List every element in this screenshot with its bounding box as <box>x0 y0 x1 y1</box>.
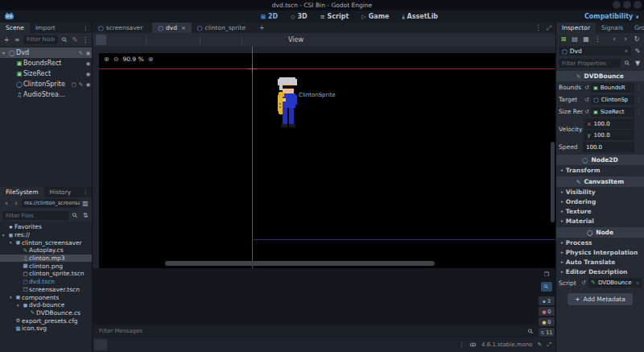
filesystem-row[interactable]: ▾ ◼ dvd-bounce <box>0 301 92 309</box>
filesystem-row[interactable]: ▾ ◼ components <box>0 293 92 301</box>
bottom-tab[interactable] <box>152 339 165 350</box>
property-group-row[interactable]: ▸ Visibility <box>556 187 644 197</box>
visibility-eye-icon[interactable]: ◉ <box>85 60 92 67</box>
instantiate-scene-icon[interactable]: ∞ <box>13 36 21 43</box>
scene-tree-row[interactable]: ▣ SizeRect ◉ <box>0 68 92 79</box>
context-tab[interactable]: ▷ Game <box>357 10 394 23</box>
breadcrumb[interactable]: res://clinton_screensaver/ <box>22 199 80 208</box>
velocity-x-field[interactable]: x 100.0 <box>584 118 634 129</box>
scene-tree-row[interactable]: ♫ AudioStreamPlayer <box>0 89 92 100</box>
save-resource-icon[interactable]: ▦ <box>582 35 590 43</box>
filesystem-row[interactable]: ★ Favorites <box>0 223 92 231</box>
filesystem-row[interactable]: ▦ clinton.png <box>0 262 92 270</box>
zoom-level[interactable]: 90.9 % <box>122 56 143 63</box>
horizontal-scrollbar[interactable] <box>165 261 435 266</box>
version-label[interactable]: 4.6.1.stable.mono <box>481 342 532 348</box>
bottom-tab[interactable] <box>167 339 180 350</box>
resource-menu-icon[interactable]: ⋮ <box>593 35 601 43</box>
vertical-scrollbar[interactable] <box>551 142 555 222</box>
sort-files-icon[interactable]: ⇅ <box>81 212 89 219</box>
bottom-tab[interactable] <box>109 339 122 350</box>
errors-count-badge[interactable]: ● 0 <box>539 307 555 316</box>
nav-forward-icon[interactable]: › <box>12 200 20 207</box>
filesystem-row[interactable]: ▢ dvd.tscn <box>0 278 92 286</box>
revert-icon[interactable]: ↺ <box>584 109 589 115</box>
select-tool-icon[interactable] <box>96 35 106 45</box>
revert-icon[interactable]: ↺ <box>584 85 589 91</box>
filesystem-row[interactable]: ▾ ◼ res:// <box>0 231 92 239</box>
script-icon[interactable]: ✎ <box>77 81 85 88</box>
grid-snap-icon[interactable] <box>216 35 226 45</box>
scene-tree-row[interactable]: ◯ ClintonSprite ▢ ✎ ◉ <box>0 79 92 89</box>
close-button[interactable] <box>634 1 642 9</box>
ruler-icon[interactable] <box>186 35 196 45</box>
filter-messages-input[interactable] <box>96 327 524 336</box>
visibility-eye-icon[interactable]: ◉ <box>85 81 92 88</box>
lock-icon[interactable] <box>246 35 256 45</box>
property-group-row[interactable]: ▸ Texture <box>556 206 644 216</box>
nav-back-icon[interactable]: ‹ <box>2 200 10 207</box>
dock-menu-icon[interactable]: ⋮ <box>80 187 93 197</box>
unlock-icon[interactable] <box>258 35 268 45</box>
scene-tab[interactable]: ◯ screensaver <box>93 23 152 33</box>
property-group-row[interactable]: ▸ Ordering <box>556 197 644 206</box>
filesystem-row[interactable]: ⚙ export_presets.cfg <box>0 317 92 325</box>
smart-snap-icon[interactable] <box>204 35 214 45</box>
tab-scene[interactable]: Scene <box>0 23 30 33</box>
script-value-button[interactable]: ✎ DVDBounce ∨ <box>588 278 642 288</box>
toolbar-icon[interactable] <box>200 36 200 44</box>
open-scene-icon[interactable]: ▢ <box>70 81 77 88</box>
warnings-count-badge[interactable]: ● 0 <box>539 317 555 326</box>
toolbar-icon[interactable] <box>146 36 147 44</box>
tab-filesystem[interactable]: FileSystem <box>0 187 44 197</box>
bottom-tab[interactable] <box>123 339 136 350</box>
property-group-row[interactable]: ▸ Transform <box>556 165 644 175</box>
view-menu-button[interactable]: View <box>285 36 307 43</box>
scroll-count-badge[interactable]: ⇅ 11 <box>539 328 555 337</box>
speed-field[interactable]: 100.0 <box>583 142 634 152</box>
context-tab[interactable]: ◇ 3D <box>286 10 312 23</box>
pivot-icon[interactable] <box>162 35 172 45</box>
filter-files-input[interactable] <box>2 211 68 220</box>
zoom-out-icon[interactable]: ⊖ <box>114 56 119 63</box>
node-selector[interactable]: ◯ Dvd ∨ <box>559 46 631 56</box>
scene-tree-row[interactable]: ▾ ◯ Dvd ✎ ◉ <box>0 48 92 58</box>
scene-tab[interactable]: ◯ dvd × <box>152 23 192 33</box>
add-metadata-button[interactable]: + Add Metadata <box>568 293 633 305</box>
maximize-button[interactable] <box>623 1 631 9</box>
renderer-selector[interactable]: Compatibility ∨ <box>584 10 639 23</box>
tab-import[interactable]: Import <box>30 23 61 33</box>
tab-groups[interactable]: Groups <box>629 23 644 33</box>
context-tab[interactable]: ≡ Script <box>316 10 354 23</box>
history-back-icon[interactable]: ‹ <box>610 35 618 43</box>
output-console[interactable] <box>93 268 538 325</box>
snap-options-icon[interactable] <box>228 35 238 45</box>
history-forward-icon[interactable]: › <box>621 35 630 43</box>
center-view-icon[interactable]: ⊕ <box>104 56 109 63</box>
resource-value-button[interactable]: ▣ SizeRect <box>591 107 634 117</box>
property-menu-icon[interactable]: ⋮ <box>636 85 642 91</box>
resource-options-icon[interactable]: ✎ <box>634 48 642 55</box>
scene-tree-row[interactable]: ▣ BoundsRect ◉ <box>0 58 92 68</box>
scene-tab[interactable]: ◯ clinton_sprite <box>192 23 255 33</box>
attach-script-icon[interactable]: ✎ <box>71 36 79 43</box>
new-scene-tab-button[interactable]: + <box>255 24 269 31</box>
revert-icon[interactable]: ↺ <box>584 97 589 103</box>
resource-value-button[interactable]: ◯ ClintonSp <box>591 95 634 105</box>
scale-tool-icon[interactable] <box>132 35 142 45</box>
property-menu-icon[interactable]: ⋮ <box>636 109 642 115</box>
dock-menu-icon[interactable]: ⋮ <box>80 23 93 33</box>
context-tab[interactable]: ⤓ AssetLib <box>397 10 443 23</box>
pan-icon[interactable] <box>174 35 184 45</box>
new-resource-icon[interactable]: ⊞ <box>559 35 568 43</box>
rotate-tool-icon[interactable] <box>120 35 130 45</box>
viewport-canvas[interactable]: ⊕ ⊖ 90.9 % ⊕ <box>99 53 555 268</box>
script-section-header[interactable]: ✎ DVDBounce <box>556 71 644 81</box>
filesystem-row[interactable]: ▾ ◼ clinton_screensaver <box>0 238 92 246</box>
property-group-row[interactable]: ▸ Material <box>556 216 644 226</box>
node2d-section-header[interactable]: ◯ Node2D <box>556 155 644 165</box>
tab-list-menu-icon[interactable]: ⋮ <box>535 24 542 32</box>
messages-count-badge[interactable]: ▪ 3 <box>539 296 555 305</box>
toolbar-icon[interactable] <box>242 36 242 44</box>
filesystem-row[interactable]: ▢ screensaver.tscn <box>0 286 92 294</box>
